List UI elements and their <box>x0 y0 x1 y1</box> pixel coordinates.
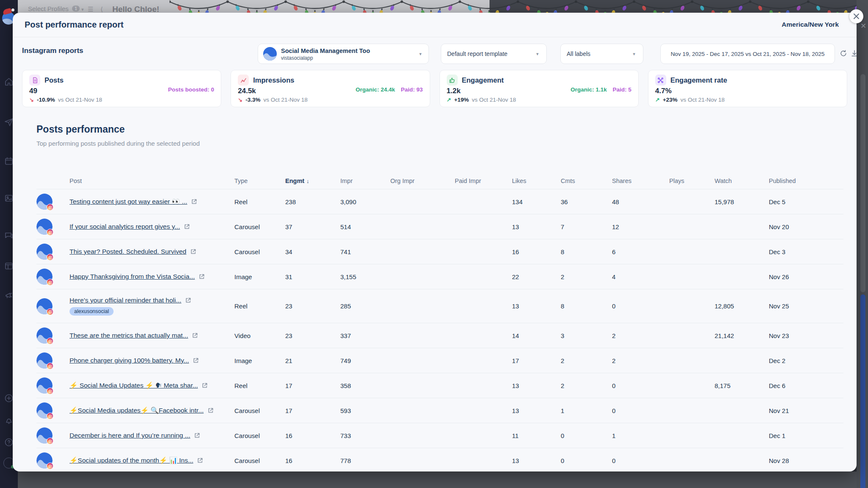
trend-up-icon: ↗ <box>447 97 451 103</box>
trend-up-icon: ↗ <box>655 97 660 103</box>
external-link-icon[interactable] <box>199 274 205 280</box>
cell-published: Nov 23 <box>769 332 843 339</box>
col-paid-impr[interactable]: Paid Impr <box>455 177 512 184</box>
cell-type: Carousel <box>234 223 285 230</box>
cell-impr: 358 <box>340 382 390 389</box>
scrollbar-thumb[interactable] <box>860 74 865 292</box>
post-title-link[interactable]: This year? Posted. Scheduled. Survived <box>70 248 186 255</box>
card-side-captions: Organic: 1.1k Paid: 5 <box>570 86 632 93</box>
labels-dropdown[interactable]: All labels ▾ <box>560 44 643 64</box>
post-tag: alexusonsocial <box>70 307 114 316</box>
col-shares[interactable]: Shares <box>612 177 669 184</box>
instagram-badge-icon <box>47 438 53 444</box>
table-row[interactable]: Happy Thanksgiving from the Vista Socia.… <box>36 264 843 289</box>
col-plays[interactable]: Plays <box>669 177 715 184</box>
col-impr[interactable]: Impr <box>340 177 390 184</box>
cell-published: Nov 20 <box>769 223 843 230</box>
page-scrollbar-track[interactable] <box>857 0 868 488</box>
profile-avatar <box>36 219 53 235</box>
instagram-badge-icon <box>47 204 53 211</box>
cell-impr: 3,090 <box>340 198 390 205</box>
external-link-icon[interactable] <box>185 297 191 303</box>
chevron-down-icon: ▾ <box>631 51 637 57</box>
cell-published: Dec 3 <box>769 248 843 255</box>
post-title-link[interactable]: ⚡Social Media updates⚡ 🔍Facebook intr... <box>70 407 204 414</box>
profiles-count-badge: 1 <box>72 6 80 11</box>
cell-published: Dec 1 <box>769 432 843 439</box>
col-type[interactable]: Type <box>234 177 285 184</box>
card-title: Impressions <box>253 76 294 84</box>
col-watch[interactable]: Watch <box>715 177 769 184</box>
engagement-rate-icon <box>655 75 666 86</box>
cell-impr: 749 <box>340 357 390 364</box>
date-range-picker[interactable]: Nov 19, 2025 - Dec 17, 2025 vs Oct 21, 2… <box>660 44 835 64</box>
table-row[interactable]: Testing content just got way easier 👀 ..… <box>36 189 843 214</box>
table-row[interactable]: ⚡Social updates of the month⚡ 📊 Ins... C… <box>36 448 843 471</box>
table-row[interactable]: If your social analytics report gives y.… <box>36 214 843 239</box>
card-title: Engagement rate <box>670 76 727 84</box>
refresh-icon[interactable] <box>839 49 848 58</box>
table-row[interactable]: ⚡ Social Media Updates ⚡ 🗣 Meta shar... … <box>36 373 843 398</box>
report-template-dropdown[interactable]: Default report template ▾ <box>441 44 547 64</box>
cell-likes: 11 <box>512 432 561 439</box>
external-link-icon[interactable] <box>197 458 203 463</box>
table-row[interactable]: Phone charger giving 100% battery. My...… <box>36 348 843 373</box>
table-row[interactable]: December is here and If you’re running .… <box>36 423 843 448</box>
post-title-link[interactable]: ⚡Social updates of the month⚡ 📊 Ins... <box>70 457 193 464</box>
table-row[interactable]: ⚡Social Media updates⚡ 🔍Facebook intr...… <box>36 398 843 423</box>
external-link-icon[interactable] <box>190 249 196 255</box>
col-published[interactable]: Published <box>769 177 843 184</box>
cell-engmt: 17 <box>285 407 340 414</box>
cell-watch: 15,978 <box>715 198 769 205</box>
profile-name: Social Media Management Too <box>281 47 370 54</box>
cell-shares: 0 <box>612 382 669 389</box>
table-row[interactable]: These are the metrics that actually mat.… <box>36 323 843 348</box>
table-row[interactable]: This year? Posted. Scheduled. Survived C… <box>36 239 843 264</box>
post-title-link[interactable]: ⚡ Social Media Updates ⚡ 🗣 Meta shar... <box>70 382 198 389</box>
post-title-link[interactable]: These are the metrics that actually mat.… <box>70 332 188 339</box>
external-link-icon[interactable] <box>193 358 199 363</box>
card-delta: ↘ -3.3% vs Oct 21-Nov 18 <box>238 97 423 103</box>
close-button[interactable] <box>849 9 863 23</box>
cell-shares: 2 <box>612 357 669 364</box>
col-engmt[interactable]: Engmt ↓ <box>285 177 340 184</box>
card-side-captions: Organic: 24.4k Paid: 93 <box>356 86 423 93</box>
post-title-link[interactable]: Here’s your official reminder that holi.… <box>70 297 181 304</box>
profile-selector[interactable]: Social Media Management Too vistasociala… <box>258 44 429 64</box>
col-cmts[interactable]: Cmts <box>561 177 612 184</box>
external-link-icon[interactable] <box>208 408 214 413</box>
cell-type: Reel <box>234 302 285 310</box>
post-title-link[interactable]: Phone charger giving 100% battery. My... <box>70 357 189 364</box>
cell-cmts: 3 <box>561 332 612 339</box>
external-link-icon[interactable] <box>202 383 208 388</box>
cell-cmts: 2 <box>561 357 612 364</box>
col-org-impr[interactable]: Org Impr <box>390 177 455 184</box>
organic-caption: Organic: 24.4k <box>356 86 395 93</box>
cell-engmt: 21 <box>285 357 340 364</box>
scrollbar-thumb-active[interactable] <box>860 294 865 488</box>
col-post[interactable]: Post <box>70 177 234 184</box>
post-title-link[interactable]: December is here and If you’re running .… <box>70 432 190 439</box>
post-title-link[interactable]: If your social analytics report gives y.… <box>70 223 180 230</box>
cell-likes: 134 <box>512 198 561 205</box>
external-link-icon[interactable] <box>192 333 198 338</box>
delta-vs: vs Oct 21-Nov 18 <box>472 97 516 103</box>
post-title-link[interactable]: Testing content just got way easier 👀 ..… <box>70 198 187 205</box>
profile-avatar <box>36 298 53 314</box>
dimmed-close-icon: ✕ <box>859 22 868 30</box>
cell-likes: 13 <box>512 457 561 464</box>
cell-type: Video <box>234 332 285 339</box>
external-link-icon[interactable] <box>184 224 190 230</box>
cell-watch: 12,805 <box>715 302 769 310</box>
external-link-icon[interactable] <box>191 199 197 205</box>
table-row[interactable]: Here’s your official reminder that holi.… <box>36 289 843 323</box>
date-range-value: Nov 19, 2025 - Dec 17, 2025 vs Oct 21, 2… <box>670 51 824 57</box>
post-title-link[interactable]: Happy Thanksgiving from the Vista Socia.… <box>70 273 195 280</box>
cell-impr: 593 <box>340 407 390 414</box>
download-icon[interactable] <box>850 49 857 58</box>
delta-value: +23% <box>663 97 678 103</box>
external-link-icon[interactable] <box>194 433 200 438</box>
posts-table: Post Type Engmt ↓ Impr Org Impr Paid Imp… <box>36 173 843 471</box>
col-likes[interactable]: Likes <box>512 177 561 184</box>
labels-value: All labels <box>567 50 631 57</box>
